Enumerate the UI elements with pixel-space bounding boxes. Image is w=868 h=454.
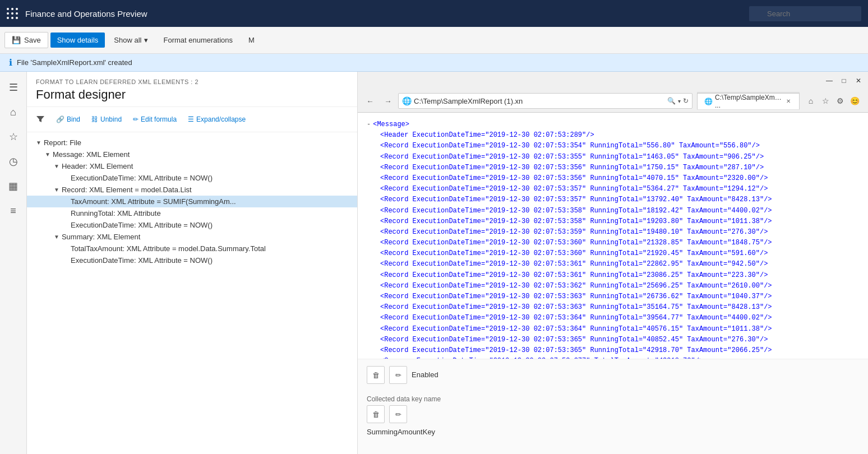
xml-record-2: <Record ExecutionDateTime="2019-12-30 02…	[367, 152, 859, 163]
xml-record-7: <Record ExecutionDateTime="2019-12-30 02…	[367, 206, 859, 216]
refresh-icon[interactable]: ↻	[683, 97, 689, 105]
forward-button[interactable]: →	[380, 93, 396, 109]
home-browser-icon[interactable]: ⌂	[804, 94, 818, 108]
tree-item[interactable]: ExecutionDateTime: XML Attribute = NOW()	[27, 172, 357, 184]
browser-nav-bar: ← → 🌐 C:\Temp\SampleXmlReport (1).xn 🔍 ▾…	[358, 90, 868, 112]
close-button[interactable]: ✕	[853, 76, 864, 86]
filter-icon[interactable]	[31, 110, 49, 128]
xml-record-11: <Record ExecutionDateTime="2019-12-30 02…	[367, 248, 859, 259]
notification-message: File 'SampleXmlReport.xml' created	[17, 58, 132, 67]
back-button[interactable]: ←	[362, 93, 378, 109]
unbind-button[interactable]: ⛓ Unbind	[87, 113, 126, 126]
unlink-icon: ⛓	[91, 115, 98, 123]
xml-record-14: <Record ExecutionDateTime="2019-12-30 02…	[367, 281, 859, 291]
maximize-button[interactable]: □	[839, 76, 849, 86]
designer-subtitle: FORMAT TO LEARN DEFERRED XML ELEMENTS : …	[36, 78, 348, 85]
info-icon: ℹ	[9, 57, 12, 68]
settings-browser-icon[interactable]: ⚙	[833, 94, 847, 108]
save-button[interactable]: 💾 Save	[4, 32, 48, 48]
xml-record-20: <Record ExecutionDateTime="2019-12-30 02…	[367, 345, 859, 356]
tree-item[interactable]: ▼Message: XML Element	[27, 149, 357, 160]
bind-button[interactable]: 🔗 Bind	[52, 113, 85, 126]
nav-clock-icon[interactable]: ◷	[2, 150, 25, 173]
toolbar: 💾 Save Show details Show all ▾ Format en…	[0, 27, 868, 54]
tree-arrow-icon: ▼	[54, 187, 59, 193]
xml-header: <Header ExecutionDateTime="2019-12-30 02…	[367, 130, 859, 141]
save-icon: 💾	[12, 36, 21, 44]
nav-star-icon[interactable]: ☆	[2, 126, 25, 148]
browser-address-text[interactable]: C:\Temp\SampleXmlReport (1).xn	[414, 97, 665, 105]
show-all-dropdown[interactable]: Show all ▾	[107, 33, 154, 48]
tree-item[interactable]: ▼Report: File	[27, 137, 357, 149]
search-input[interactable]	[749, 6, 861, 21]
search-wrapper: 🔍	[749, 6, 861, 21]
collected-data-key-label: Collected data key name	[367, 395, 859, 403]
tree-item[interactable]: ExecutionDateTime: XML Attribute = NOW()	[27, 254, 357, 266]
designer-title: Format designer	[36, 87, 348, 102]
collected-data-key-value: SummingAmountKey	[367, 428, 859, 436]
tree-item[interactable]: ExecutionDateTime: XML Attribute = NOW()	[27, 219, 357, 231]
key-edit-button[interactable]: ✏	[389, 405, 407, 423]
browser-tab-bar-inline: 🌐 C:\Temp\SampleXmlReport ... ✕	[697, 92, 800, 110]
collected-data-key-row: Collected data key name 🗑 ✏ SummingAmoun…	[367, 395, 859, 436]
app-grid-icon[interactable]	[7, 8, 19, 20]
format-enumerations-button[interactable]: Format enumerations	[157, 33, 240, 48]
tree-container: ▼Report: File▼Message: XML Element▼Heade…	[27, 132, 357, 454]
tree-item[interactable]: ▼Header: XML Element	[27, 160, 357, 172]
expand-collapse-button[interactable]: ☰ Expand/collapse	[183, 113, 250, 126]
more-button[interactable]: M	[242, 33, 261, 48]
link-icon: 🔗	[56, 115, 64, 123]
xml-content: -<Message><Header ExecutionDateTime="201…	[358, 113, 868, 359]
tree-item[interactable]: ▼Record: XML Element = model.Data.List	[27, 184, 357, 196]
xml-record-5: <Record ExecutionDateTime="2019-12-30 02…	[367, 184, 859, 194]
enabled-delete-button[interactable]: 🗑	[367, 366, 385, 384]
edit-formula-button[interactable]: ✏ Edit formula	[128, 113, 181, 126]
xml-record-4: <Record ExecutionDateTime="2019-12-30 02…	[367, 173, 859, 184]
xml-record-16: <Record ExecutionDateTime="2019-12-30 02…	[367, 302, 859, 313]
action-bar: 🔗 Bind ⛓ Unbind ✏ Edit formula ☰ Expand/…	[27, 107, 357, 132]
nav-calendar-icon[interactable]: ▦	[2, 175, 25, 197]
properties-section: 🗑 ✏ Enabled Collected data key name 🗑 ✏ …	[358, 359, 868, 454]
tree-item[interactable]: TaxAmount: XML Attribute = SUMIF(Summing…	[27, 196, 357, 207]
xml-record-17: <Record ExecutionDateTime="2019-12-30 02…	[367, 313, 859, 323]
browser-address-bar: 🌐 C:\Temp\SampleXmlReport (1).xn 🔍 ▾ ↻	[398, 93, 692, 109]
show-details-button[interactable]: Show details	[50, 33, 105, 48]
enabled-prop-row: 🗑 ✏ Enabled	[367, 366, 859, 384]
xml-record-19: <Record ExecutionDateTime="2019-12-30 02…	[367, 335, 859, 345]
xml-record-15: <Record ExecutionDateTime="2019-12-30 02…	[367, 291, 859, 302]
search-in-bar-icon[interactable]: 🔍	[667, 97, 676, 105]
designer-panel: FORMAT TO LEARN DEFERRED XML ELEMENTS : …	[27, 72, 358, 454]
browser-chrome: — □ ✕ ← → 🌐 C:\Temp\SampleXmlReport (1).…	[358, 72, 868, 113]
dropdown-in-bar-icon[interactable]: ▾	[678, 98, 681, 104]
emoji-browser-icon[interactable]: 😊	[848, 94, 861, 108]
enabled-edit-button[interactable]: ✏	[389, 366, 407, 384]
xml-record-3: <Record ExecutionDateTime="2019-12-30 02…	[367, 163, 859, 173]
formula-icon: ✏	[133, 115, 138, 123]
app-bar: Finance and Operations Preview 🔍	[0, 0, 868, 27]
tree-item[interactable]: TotalTaxAmount: XML Attribute = model.Da…	[27, 243, 357, 254]
tree-item[interactable]: ▼Summary: XML Element	[27, 231, 357, 243]
xml-record-18: <Record ExecutionDateTime="2019-12-30 02…	[367, 324, 859, 335]
tab-close-icon[interactable]: ✕	[784, 98, 792, 105]
browser-toolbar-icons: ⌂ ☆ ⚙ 😊	[802, 93, 864, 109]
enabled-prop-actions: 🗑 ✏ Enabled	[367, 366, 859, 384]
tab-favicon: 🌐	[704, 98, 713, 105]
nav-home-icon[interactable]: ☰	[2, 76, 25, 99]
app-title: Finance and Operations Preview	[25, 9, 742, 18]
xml-record-10: <Record ExecutionDateTime="2019-12-30 02…	[367, 238, 859, 248]
xml-record-6: <Record ExecutionDateTime="2019-12-30 02…	[367, 194, 859, 205]
collected-data-key-actions: 🗑 ✏	[367, 405, 859, 423]
main-content: ☰ ⌂ ☆ ◷ ▦ ≡ FORMAT TO LEARN DEFERRED XML…	[0, 72, 868, 454]
key-delete-button[interactable]: 🗑	[367, 405, 385, 423]
enabled-label: Enabled	[412, 366, 438, 384]
nav-favorites-icon[interactable]: ⌂	[2, 101, 25, 123]
minimize-button[interactable]: —	[824, 76, 834, 86]
nav-list-icon[interactable]: ≡	[2, 200, 25, 222]
tree-arrow-icon: ▼	[36, 140, 41, 146]
tree-item[interactable]: RunningTotal: XML Attribute	[27, 207, 357, 219]
star-browser-icon[interactable]: ☆	[819, 94, 832, 108]
xml-record-12: <Record ExecutionDateTime="2019-12-30 02…	[367, 259, 859, 270]
tree-arrow-icon: ▼	[54, 234, 59, 240]
browser-tab-1[interactable]: 🌐 C:\Temp\SampleXmlReport ... ✕	[697, 93, 800, 109]
xml-panel: — □ ✕ ← → 🌐 C:\Temp\SampleXmlReport (1).…	[358, 72, 868, 454]
